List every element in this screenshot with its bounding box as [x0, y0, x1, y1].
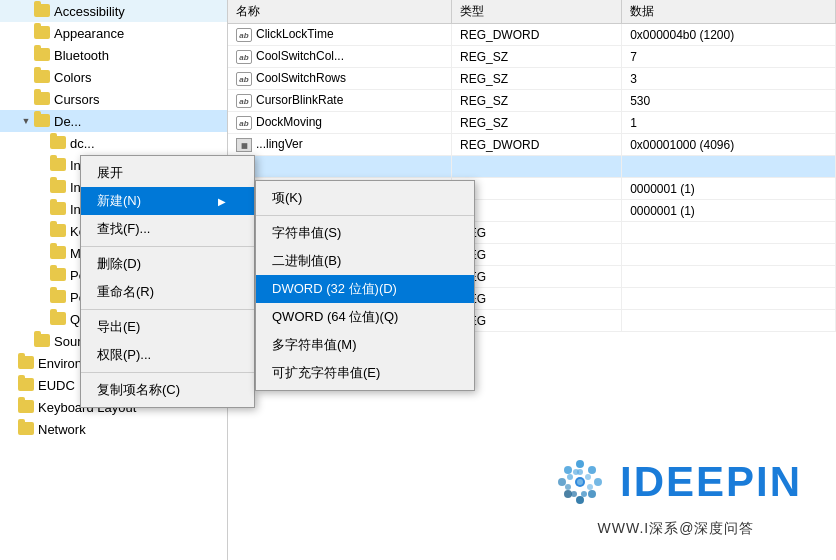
- regedit-window: AccessibilityAppearanceBluetoothColorsCu…: [0, 0, 836, 560]
- context-menu-overlay: 展开新建(N)▶查找(F)...删除(D)重命名(R)导出(E)权限(P)...…: [80, 155, 255, 408]
- svg-point-17: [577, 479, 583, 485]
- table-cell-name: abCoolSwitchCol...: [228, 46, 451, 68]
- sub-menu-item[interactable]: DWORD (32 位值)(D): [256, 275, 474, 303]
- table-cell-data: 0x000004b0 (1200): [622, 24, 836, 46]
- context-menu-item[interactable]: 复制项名称(C): [81, 376, 254, 404]
- table-row[interactable]: abCoolSwitchRowsREG_SZ3: [228, 68, 836, 90]
- submenu-divider: [256, 215, 474, 216]
- folder-icon: [50, 267, 66, 284]
- svg-point-6: [558, 478, 566, 486]
- table-cell-type: [451, 178, 621, 200]
- tree-item-label: dc...: [70, 136, 95, 151]
- table-cell-type: REG_SZ: [451, 68, 621, 90]
- table-cell-data: [622, 244, 836, 266]
- table-cell-type: REG: [451, 288, 621, 310]
- folder-icon: [34, 69, 50, 86]
- tree-item[interactable]: Colors: [0, 66, 227, 88]
- context-menu-item[interactable]: 查找(F)...: [81, 215, 254, 243]
- tree-item-label: Bluetooth: [54, 48, 109, 63]
- reg-value-icon: ▦: [236, 138, 252, 152]
- table-row[interactable]: abCursorBlinkRateREG_SZ530: [228, 90, 836, 112]
- folder-icon: [18, 355, 34, 372]
- table-row[interactable]: ▦...lingVerREG_DWORD0x00001000 (4096): [228, 134, 836, 156]
- folder-icon: [50, 201, 66, 218]
- svg-point-11: [581, 491, 587, 497]
- tree-item[interactable]: Accessibility: [0, 0, 227, 22]
- table-cell-data: 3: [622, 68, 836, 90]
- context-menu-item[interactable]: 重命名(R): [81, 278, 254, 306]
- context-menu-item[interactable]: 权限(P)...: [81, 341, 254, 369]
- table-row[interactable]: [228, 156, 836, 178]
- folder-icon: [50, 157, 66, 174]
- menu-divider: [81, 246, 254, 247]
- context-menu-item[interactable]: 新建(N)▶: [81, 187, 254, 215]
- table-cell-type: REG_DWORD: [451, 134, 621, 156]
- table-cell-data: 0000001 (1): [622, 200, 836, 222]
- menu-divider: [81, 309, 254, 310]
- sub-menu-item[interactable]: 可扩充字符串值(E): [256, 359, 474, 387]
- tree-item[interactable]: Appearance: [0, 22, 227, 44]
- svg-point-1: [588, 466, 596, 474]
- context-menu-item[interactable]: 删除(D): [81, 250, 254, 278]
- table-row[interactable]: abDockMovingREG_SZ1: [228, 112, 836, 134]
- tree-item-label: Accessibility: [54, 4, 125, 19]
- sub-menu-item[interactable]: 字符串值(S): [256, 219, 474, 247]
- col-header-type: 类型: [451, 0, 621, 24]
- tree-item-label: Network: [38, 422, 86, 437]
- sub-context-menu: 项(K)字符串值(S)二进制值(B)DWORD (32 位值)(D)QWORD …: [255, 180, 475, 391]
- watermark-logo: IDEEPIN: [550, 452, 802, 512]
- folder-icon: [34, 333, 50, 350]
- watermark-url: WWW.I深系@深度问答: [598, 520, 755, 538]
- svg-point-3: [588, 490, 596, 498]
- tree-item-label: Cursors: [54, 92, 100, 107]
- tree-expand-arrow[interactable]: ▼: [20, 115, 32, 127]
- table-cell-name: abCursorBlinkRate: [228, 90, 451, 112]
- folder-icon: [34, 3, 50, 20]
- folder-icon: [50, 135, 66, 152]
- tree-item[interactable]: Network: [0, 418, 227, 440]
- sub-menu-item[interactable]: QWORD (64 位值)(Q): [256, 303, 474, 331]
- menu-item-label: 展开: [97, 164, 123, 182]
- table-row[interactable]: abClickLockTimeREG_DWORD0x000004b0 (1200…: [228, 24, 836, 46]
- sub-menu-item[interactable]: 多字符串值(M): [256, 331, 474, 359]
- table-cell-name: abClickLockTime: [228, 24, 451, 46]
- table-cell-type: REG: [451, 310, 621, 332]
- sub-menu-item[interactable]: 项(K): [256, 184, 474, 212]
- context-menu: 展开新建(N)▶查找(F)...删除(D)重命名(R)导出(E)权限(P)...…: [80, 155, 255, 408]
- sub-menu-item[interactable]: 二进制值(B): [256, 247, 474, 275]
- svg-point-7: [564, 466, 572, 474]
- table-cell-data: [622, 222, 836, 244]
- context-menu-item[interactable]: 展开: [81, 159, 254, 187]
- svg-point-2: [594, 478, 602, 486]
- svg-point-5: [564, 490, 572, 498]
- folder-icon: [34, 91, 50, 108]
- tree-item[interactable]: dc...: [0, 132, 227, 154]
- reg-value-icon: ab: [236, 28, 252, 42]
- table-cell-name: ▦...lingVer: [228, 134, 451, 156]
- menu-item-label: 重命名(R): [97, 283, 154, 301]
- table-cell-data: 7: [622, 46, 836, 68]
- svg-point-13: [565, 484, 571, 490]
- folder-icon: [34, 47, 50, 64]
- table-cell-data: [622, 288, 836, 310]
- brand-text: IDEEPIN: [620, 458, 802, 506]
- tree-item[interactable]: Cursors: [0, 88, 227, 110]
- svg-point-12: [571, 491, 577, 497]
- table-cell-type: REG_SZ: [451, 46, 621, 68]
- menu-item-label: 新建(N): [97, 192, 141, 210]
- table-cell-type: REG_SZ: [451, 90, 621, 112]
- table-cell-data: [622, 156, 836, 178]
- tree-item-label: EUDC: [38, 378, 75, 393]
- folder-icon: [18, 421, 34, 438]
- context-menu-item[interactable]: 导出(E): [81, 313, 254, 341]
- table-row[interactable]: abCoolSwitchCol...REG_SZ7: [228, 46, 836, 68]
- tree-item[interactable]: ▼De...: [0, 110, 227, 132]
- table-cell-name: [228, 156, 451, 178]
- folder-icon: [34, 25, 50, 42]
- svg-point-14: [567, 474, 573, 480]
- tree-item[interactable]: Bluetooth: [0, 44, 227, 66]
- svg-point-0: [576, 460, 584, 468]
- table-cell-type: REG: [451, 244, 621, 266]
- deepin-logo-icon: [550, 452, 610, 512]
- reg-value-icon: ab: [236, 50, 252, 64]
